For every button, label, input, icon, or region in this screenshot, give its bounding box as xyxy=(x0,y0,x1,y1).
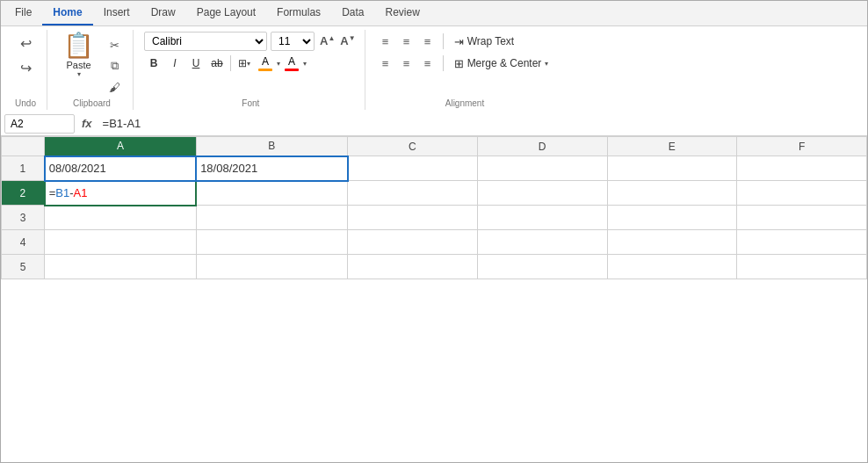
formula-input[interactable] xyxy=(99,114,864,134)
a1-ref: A1 xyxy=(74,186,88,199)
increase-font-button[interactable]: A▲ xyxy=(318,34,336,47)
cell-d1[interactable] xyxy=(477,156,607,181)
font-group: Calibri 11 A▲ A▼ B I U ab ⊞▾ xyxy=(137,30,365,110)
alignment-group: ≡ ≡ ≡ ⇥ Wrap Text ≡ ≡ xyxy=(369,30,561,110)
cut-button[interactable]: ✂ xyxy=(103,35,126,54)
cell-f1[interactable] xyxy=(737,156,867,181)
cell-e2[interactable] xyxy=(607,181,737,206)
table-row: 4 xyxy=(2,230,867,255)
cell-c3[interactable] xyxy=(348,206,478,230)
cell-a2[interactable]: =B1-A1 xyxy=(45,181,196,206)
col-header-a[interactable]: A xyxy=(45,137,196,156)
merge-dropdown-icon: ▾ xyxy=(545,60,548,68)
cell-b2[interactable] xyxy=(196,181,347,206)
fill-color-dropdown[interactable]: ▾ xyxy=(277,60,280,68)
alignment-label: Alignment xyxy=(376,98,554,108)
col-header-b[interactable]: B xyxy=(196,137,347,156)
corner-header xyxy=(2,137,45,156)
tab-data[interactable]: Data xyxy=(331,1,374,25)
cell-f2[interactable] xyxy=(737,181,867,206)
strikethrough-button[interactable]: ab xyxy=(207,54,227,73)
redo-button[interactable]: ↪ xyxy=(11,56,40,79)
row-header-3[interactable]: 3 xyxy=(2,206,45,230)
align-top-left-button[interactable]: ≡ xyxy=(376,32,395,51)
row-header-1[interactable]: 1 xyxy=(2,156,45,181)
font-color-bar xyxy=(285,69,299,71)
align-top-center-button[interactable]: ≡ xyxy=(397,32,416,51)
row-header-4[interactable]: 4 xyxy=(2,230,45,255)
col-header-d[interactable]: D xyxy=(477,137,607,156)
table-row: 2 =B1-A1 xyxy=(2,181,867,206)
cell-reference-input[interactable] xyxy=(4,114,75,134)
sheet-table: A B C D E F 1 08/08/2021 18/08/2021 xyxy=(1,136,867,279)
col-header-e[interactable]: E xyxy=(607,137,737,156)
tab-draw[interactable]: Draw xyxy=(141,1,186,25)
align-bottom-center-button[interactable]: ≡ xyxy=(397,54,416,73)
tab-insert[interactable]: Insert xyxy=(93,1,141,25)
align-bottom-left-button[interactable]: ≡ xyxy=(376,54,395,73)
cell-a3[interactable] xyxy=(45,206,196,230)
cell-c4[interactable] xyxy=(348,230,478,255)
font-color-dropdown[interactable]: ▾ xyxy=(303,60,307,68)
col-header-f[interactable]: F xyxy=(737,137,867,156)
row-header-2[interactable]: 2 xyxy=(2,181,45,206)
undo-button[interactable]: ↩ xyxy=(11,32,40,54)
cell-a4[interactable] xyxy=(45,230,196,255)
cell-c1[interactable] xyxy=(348,156,478,181)
cell-f5[interactable] xyxy=(737,255,867,279)
align-top-right-button[interactable]: ≡ xyxy=(418,32,438,51)
paste-button[interactable]: 📋 Paste ▾ xyxy=(58,32,99,80)
cell-d5[interactable] xyxy=(477,255,607,279)
cell-e3[interactable] xyxy=(607,206,737,230)
cell-a5[interactable] xyxy=(45,255,196,279)
cell-c5[interactable] xyxy=(348,255,478,279)
italic-button[interactable]: I xyxy=(165,54,184,73)
cell-b1[interactable]: 18/08/2021 xyxy=(196,156,347,181)
cell-b4[interactable] xyxy=(196,230,347,255)
cell-a1[interactable]: 08/08/2021 xyxy=(45,156,196,181)
row-header-5[interactable]: 5 xyxy=(2,255,45,279)
cell-e1[interactable] xyxy=(607,156,737,181)
cell-d3[interactable] xyxy=(477,206,607,230)
merge-icon: ⊞ xyxy=(454,57,464,70)
cell-c2[interactable] xyxy=(348,181,478,206)
cell-e5[interactable] xyxy=(607,255,737,279)
font-size-buttons: A▲ A▼ xyxy=(318,34,358,47)
font-format-row: B I U ab ⊞▾ A ▾ A ▾ xyxy=(144,54,307,73)
underline-button[interactable]: U xyxy=(186,54,206,73)
app-window: File Home Insert Draw Page Layout Formul… xyxy=(0,0,868,463)
decrease-font-button[interactable]: A▼ xyxy=(338,34,357,47)
cell-d4[interactable] xyxy=(477,230,607,255)
cell-f3[interactable] xyxy=(737,206,867,230)
col-header-c[interactable]: C xyxy=(348,137,478,156)
tab-page-layout[interactable]: Page Layout xyxy=(186,1,266,25)
clipboard-group-content: 📋 Paste ▾ ✂ ⧉ 🖌 xyxy=(58,32,126,97)
tab-home[interactable]: Home xyxy=(42,1,92,25)
bold-button[interactable]: B xyxy=(144,54,163,73)
undo-group-content: ↩ ↪ xyxy=(11,32,40,97)
cell-f4[interactable] xyxy=(737,230,867,255)
spreadsheet: A B C D E F 1 08/08/2021 18/08/2021 xyxy=(1,136,867,462)
cell-d2[interactable] xyxy=(477,181,607,206)
table-row: 5 xyxy=(2,255,867,279)
b1-ref: B1 xyxy=(55,186,69,199)
font-color-button[interactable]: A xyxy=(282,54,301,73)
cell-e4[interactable] xyxy=(607,230,737,255)
borders-button[interactable]: ⊞▾ xyxy=(235,54,254,73)
tab-review[interactable]: Review xyxy=(374,1,430,25)
font-name-select[interactable]: Calibri xyxy=(144,32,267,51)
table-row: 3 xyxy=(2,206,867,230)
cell-b5[interactable] xyxy=(196,255,347,279)
tab-file[interactable]: File xyxy=(4,1,42,25)
cell-b3[interactable] xyxy=(196,206,347,230)
fill-color-button[interactable]: A xyxy=(256,54,275,73)
font-size-select[interactable]: 11 xyxy=(271,32,315,51)
separator-3 xyxy=(443,55,444,71)
wrap-text-button[interactable]: ⇥ Wrap Text xyxy=(449,32,520,51)
format-painter-button[interactable]: 🖌 xyxy=(103,77,126,97)
align-bottom-right-button[interactable]: ≡ xyxy=(418,54,438,73)
wrap-text-icon: ⇥ xyxy=(454,35,464,48)
copy-button[interactable]: ⧉ xyxy=(103,56,126,76)
tab-formulas[interactable]: Formulas xyxy=(266,1,331,25)
merge-center-button[interactable]: ⊞ Merge & Center ▾ xyxy=(449,54,554,73)
